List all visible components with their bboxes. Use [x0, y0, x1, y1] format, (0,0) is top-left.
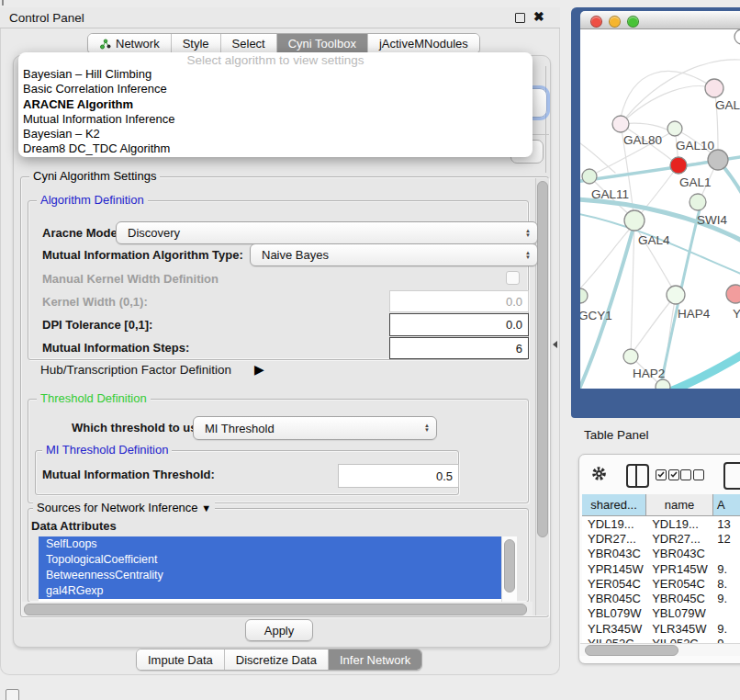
- bottom-tab-infer-network[interactable]: Infer Network: [329, 649, 421, 670]
- table-cell: YER054C: [646, 577, 713, 591]
- table-cell: 9.: [713, 592, 740, 605]
- network-node-HAP2[interactable]: [623, 349, 638, 364]
- dpi-tolerance-label: DPI Tolerance [0,1]:: [42, 318, 152, 332]
- network-node-GAL10[interactable]: [667, 121, 682, 136]
- column-header[interactable]: name: [646, 494, 713, 515]
- tab-network[interactable]: Network: [88, 34, 172, 53]
- collapse-arrow-icon[interactable]: ▼: [201, 502, 211, 514]
- hub-section-toggle[interactable]: Hub/Transcription Factor Definition: [40, 363, 231, 377]
- attribute-list-item[interactable]: SelfLoops: [39, 536, 501, 552]
- table-cell: YBR043C: [646, 547, 713, 560]
- table-hscrollbar-thumb[interactable]: [585, 645, 678, 656]
- tab-style[interactable]: Style: [172, 34, 221, 53]
- manual-kernel-checkbox[interactable]: [506, 271, 520, 285]
- bottom-tab-impute-data[interactable]: Impute Data: [137, 649, 225, 670]
- kernel-width-label: Kernel Width (0,1):: [42, 295, 148, 309]
- table-row[interactable]: YER054CYER054C8.: [582, 576, 740, 591]
- zoom-traffic-light[interactable]: [627, 16, 639, 28]
- which-threshold-combo[interactable]: MI Threshold ▲▼: [193, 416, 437, 440]
- table-row[interactable]: YLR345WYLR345W9.: [582, 621, 740, 636]
- node-label: HAP4: [678, 307, 711, 321]
- screen: Control Panel ✖ NetworkStyleSelectCyni T…: [0, 0, 740, 700]
- float-window-icon[interactable]: [515, 13, 525, 23]
- network-node-GAL4[interactable]: [624, 210, 645, 231]
- close-traffic-light[interactable]: [590, 16, 602, 28]
- minimized-panel-icon[interactable]: [6, 689, 19, 700]
- table-row[interactable]: YBR045CYBR045C9.: [582, 591, 740, 605]
- table-row[interactable]: YDR27...YDR27...12: [582, 531, 740, 546]
- settings-vscrollbar-thumb[interactable]: [537, 181, 548, 537]
- table-row[interactable]: YBL079WYBL079W: [582, 606, 740, 621]
- group-border-fragment: [532, 134, 549, 135]
- table-row[interactable]: YPR145WYPR145W9.: [582, 561, 740, 576]
- node-label: HAP2: [633, 367, 665, 380]
- attribute-list-item[interactable]: gal4RGexp: [39, 583, 501, 599]
- network-node-GAL80[interactable]: [612, 116, 629, 132]
- network-edge: [580, 140, 615, 173]
- settings-hscrollbar-thumb[interactable]: [24, 604, 527, 615]
- tab-jactivemnodules[interactable]: jActiveMNodules: [368, 34, 479, 53]
- network-node-GAL11[interactable]: [582, 169, 597, 184]
- expand-arrow-icon[interactable]: ▶: [254, 362, 264, 377]
- mi-type-label: Mutual Information Algorithm Type:: [42, 248, 243, 262]
- table-row[interactable]: YDL19...YDL19...13: [582, 516, 740, 531]
- deselect-checkboxes-icon[interactable]: [680, 469, 706, 486]
- group-border-fragment: [545, 66, 546, 173]
- aracne-mode-combo[interactable]: Discovery ▲▼: [116, 221, 538, 244]
- control-panel-title: Control Panel: [9, 11, 84, 25]
- node-label: GCY1: [580, 309, 612, 322]
- network-node-SWI4[interactable]: [690, 194, 706, 210]
- tab-cyni-toolbox[interactable]: Cyni Toolbox: [277, 34, 368, 53]
- mi-steps-field[interactable]: 6: [389, 337, 529, 359]
- aracne-mode-label: Aracne Mode:: [42, 226, 121, 240]
- network-node-HAP4[interactable]: [667, 286, 685, 304]
- attribute-list-item[interactable]: TopologicalCoefficient: [39, 552, 501, 568]
- network-node-gray-node[interactable]: [708, 150, 728, 170]
- mi-threshold-field[interactable]: 0.5: [338, 464, 459, 488]
- sources-group-title[interactable]: Sources for Network Inference ▼: [33, 502, 215, 514]
- table-row[interactable]: YIL052CYIL052C9.: [582, 636, 740, 643]
- bottom-tab-discretize-data[interactable]: Discretize Data: [225, 649, 329, 670]
- column-header[interactable]: shared...: [582, 494, 646, 515]
- mi-type-combo[interactable]: Naive Bayes ▲▼: [250, 243, 538, 266]
- menu-item[interactable]: Bayesian – Hill Climbing: [20, 67, 531, 82]
- apply-button[interactable]: Apply: [245, 619, 313, 641]
- panel-divider-handle[interactable]: [553, 341, 557, 348]
- minimize-traffic-light[interactable]: [609, 16, 621, 28]
- network-node-GCY1[interactable]: [580, 288, 588, 303]
- which-threshold-label: Which threshold to use:: [72, 421, 207, 435]
- menu-item[interactable]: ARACNE Algorithm: [20, 97, 531, 112]
- table-cell: YIL052C: [582, 637, 646, 643]
- network-node-bottom-node[interactable]: [656, 379, 670, 389]
- network-canvas[interactable]: GALGAL80GAL10GAL1GAL11SWI4GAL4GCY1HAP4YH…: [580, 29, 740, 389]
- table-icon[interactable]: [723, 462, 740, 490]
- table-rows: YDL19...YDL19...13YDR27...YDR27...12YBR0…: [582, 516, 740, 643]
- column-header[interactable]: A: [713, 494, 740, 515]
- network-node-salmon-node[interactable]: [726, 285, 740, 303]
- table-row[interactable]: YBR043CYBR043C: [582, 547, 740, 561]
- tab-select[interactable]: Select: [221, 34, 277, 53]
- network-node-gal-top[interactable]: [705, 79, 723, 97]
- menu-item[interactable]: Basic Correlation Inference: [20, 82, 531, 96]
- select-all-checkboxes-icon[interactable]: [656, 469, 681, 486]
- network-node-white-top[interactable]: [734, 29, 740, 44]
- split-column-icon[interactable]: [626, 464, 649, 488]
- attribute-list-item[interactable]: BetweennessCentrality: [39, 568, 501, 583]
- menu-item[interactable]: Mutual Information Inference: [20, 112, 531, 127]
- menu-item[interactable]: Bayesian – K2: [20, 127, 531, 141]
- close-icon[interactable]: ✖: [533, 9, 544, 24]
- table-cell: 9.: [713, 562, 740, 576]
- algorithm-menu: Bayesian – Hill ClimbingBasic Correlatio…: [20, 67, 531, 157]
- dpi-tolerance-field[interactable]: 0.0: [389, 313, 529, 336]
- gear-icon[interactable]: [591, 466, 607, 481]
- attributes-vscrollbar-thumb[interactable]: [504, 539, 515, 593]
- network-node-GAL1[interactable]: [670, 157, 687, 174]
- kernel-width-field[interactable]: 0.0: [389, 290, 529, 312]
- menu-item[interactable]: Dream8 DC_TDC Algorithm: [20, 141, 531, 156]
- data-attributes-list: SelfLoopsTopologicalCoefficientBetweenne…: [39, 536, 517, 603]
- network-window-titlebar[interactable]: [580, 11, 740, 29]
- network-edge: [670, 353, 740, 389]
- table-cell: 9.: [713, 637, 740, 643]
- table-cell: YDR27...: [582, 532, 646, 546]
- node-label: GAL11: [591, 187, 629, 201]
